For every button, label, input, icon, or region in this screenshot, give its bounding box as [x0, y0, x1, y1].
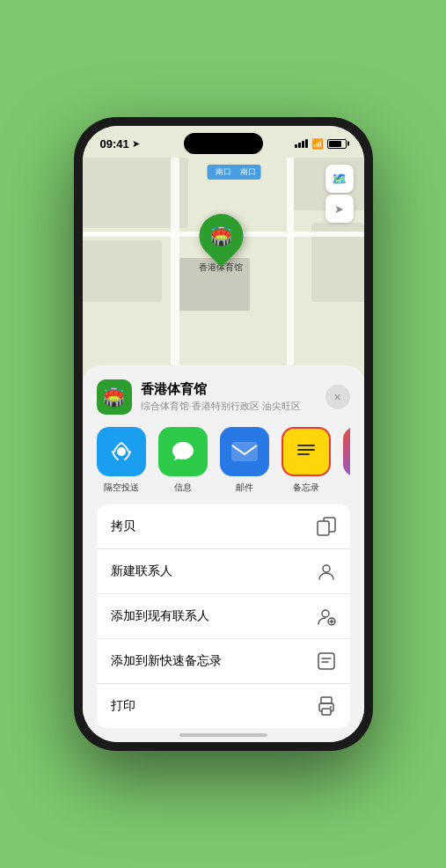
- action-add-notes-label: 添加到新快速备忘录: [111, 653, 222, 669]
- map-label-tag: 南口: [212, 166, 235, 177]
- svg-rect-10: [318, 653, 334, 669]
- airdrop-label: 隔空投送: [104, 482, 139, 494]
- map-label: 南口 南口: [207, 165, 261, 180]
- svg-rect-6: [318, 521, 329, 535]
- action-add-existing[interactable]: 添加到现有联系人: [97, 594, 350, 639]
- action-new-contact[interactable]: 新建联系人: [97, 549, 350, 594]
- close-button[interactable]: ×: [325, 385, 350, 409]
- venue-info: 香港体育馆 综合体育馆·香港特别行政区 油尖旺区: [141, 381, 317, 413]
- svg-point-7: [323, 565, 330, 572]
- status-icons: 📶: [295, 138, 347, 150]
- notes-label: 备忘录: [293, 482, 319, 494]
- action-print-label: 打印: [111, 698, 135, 714]
- phone-screen: 09:41 ➤ 📶: [83, 126, 364, 742]
- svg-rect-3: [297, 449, 315, 451]
- svg-rect-13: [322, 709, 331, 715]
- print-icon: [317, 696, 336, 716]
- status-time: 09:41: [100, 137, 129, 151]
- mail-icon: [220, 427, 269, 476]
- wifi-icon: 📶: [311, 138, 324, 150]
- mail-label: 邮件: [236, 482, 253, 494]
- pin-emoji: 🏟️: [210, 225, 232, 246]
- signal-bars: [295, 139, 308, 148]
- battery-icon: [327, 139, 347, 149]
- location-button[interactable]: ➤: [325, 195, 354, 223]
- svg-point-14: [330, 706, 332, 708]
- action-copy-label: 拷贝: [111, 519, 135, 534]
- more-icon: [343, 427, 350, 476]
- action-add-notes[interactable]: 添加到新快速备忘录: [97, 639, 350, 684]
- dynamic-island: [184, 133, 263, 154]
- svg-rect-4: [297, 453, 310, 455]
- action-print[interactable]: 打印: [97, 684, 350, 728]
- messages-icon: [158, 427, 208, 476]
- notes-icon: [281, 427, 331, 476]
- bottom-sheet: 🏟️ 香港体育馆 综合体育馆·香港特别行政区 油尖旺区 ×: [83, 365, 364, 742]
- pin-circle: 🏟️: [190, 205, 252, 268]
- map-type-button[interactable]: 🗺️: [325, 165, 354, 193]
- action-new-contact-label: 新建联系人: [111, 563, 172, 579]
- share-messages[interactable]: 信息: [158, 427, 208, 494]
- venue-subtitle: 综合体育馆·香港特别行政区 油尖旺区: [141, 400, 317, 413]
- share-more[interactable]: 提: [343, 427, 350, 494]
- home-indicator: [179, 733, 267, 737]
- share-row: 隔空投送 信息: [97, 427, 350, 504]
- venue-icon: 🏟️: [97, 379, 132, 415]
- sheet-header: 🏟️ 香港体育馆 综合体育馆·香港特别行政区 油尖旺区 ×: [97, 379, 350, 415]
- share-airdrop[interactable]: 隔空投送: [97, 427, 146, 494]
- messages-label: 信息: [174, 482, 192, 494]
- svg-point-8: [322, 610, 329, 617]
- share-mail[interactable]: 邮件: [220, 427, 269, 494]
- svg-rect-1: [232, 443, 257, 460]
- airdrop-icon: [97, 427, 146, 476]
- svg-rect-2: [297, 445, 315, 446]
- copy-icon: [317, 517, 336, 536]
- share-notes[interactable]: 备忘录: [281, 427, 331, 494]
- action-add-existing-label: 添加到现有联系人: [111, 608, 209, 624]
- map-label-text: 南口: [240, 167, 256, 176]
- action-copy[interactable]: 拷贝: [97, 504, 350, 549]
- svg-rect-11: [321, 697, 332, 703]
- location-icon: ➤: [132, 138, 140, 150]
- map-pin: 🏟️ 香港体育馆: [199, 214, 243, 274]
- quick-note-icon: [317, 651, 336, 671]
- venue-name: 香港体育馆: [141, 381, 317, 398]
- venue-emoji: 🏟️: [103, 386, 125, 408]
- phone-frame: 09:41 ➤ 📶: [74, 117, 373, 751]
- add-contact-icon: [317, 607, 336, 626]
- map-controls: 🗺️ ➤: [325, 165, 354, 223]
- action-list: 拷贝 新建联系人 添加到现有联系人: [97, 504, 350, 728]
- new-contact-icon: [317, 562, 336, 581]
- svg-point-0: [117, 447, 126, 456]
